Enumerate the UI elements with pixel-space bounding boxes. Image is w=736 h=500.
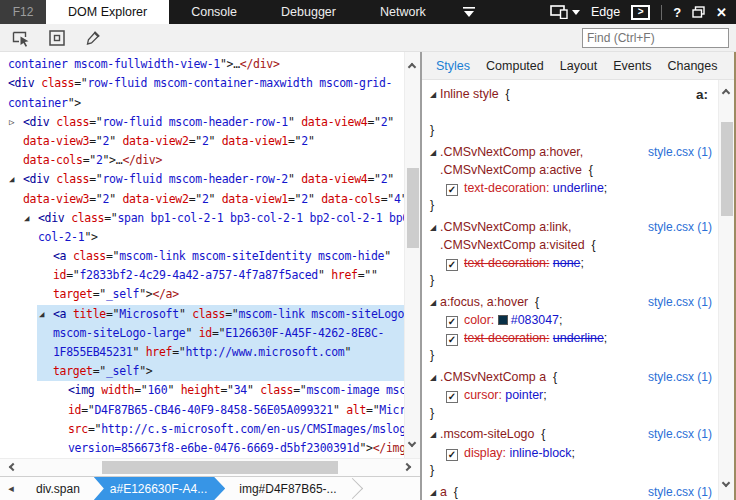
property-name: cursor: — [464, 388, 502, 402]
expander-open-icon[interactable]: ◢ — [430, 219, 440, 237]
tab-dom-explorer[interactable]: DOM Explorer — [46, 0, 169, 24]
dom-tree-node[interactable]: target="_self"></a> — [0, 285, 404, 304]
dom-tree-panel: <div class="row-fluid mscom-container-ma… — [0, 52, 420, 500]
expander-open-icon[interactable]: ◢ — [430, 369, 440, 387]
dock-window-icon[interactable] — [692, 6, 705, 18]
search-input[interactable] — [582, 28, 729, 48]
tab-console[interactable]: Console — [169, 0, 259, 24]
color-picker-icon[interactable] — [78, 26, 108, 50]
scroll-down-icon[interactable] — [722, 479, 730, 487]
dom-explorer-toolbar — [0, 24, 736, 52]
property-checkbox[interactable]: ✓ — [446, 259, 458, 271]
show-console-icon[interactable]: > — [631, 5, 650, 20]
css-rule: ◢.mscom-siteLogo {style.csx (1)✓display:… — [430, 426, 718, 480]
help-icon[interactable]: ? — [673, 5, 681, 20]
css-rule: ◢.CMSvNextComp a {style.csx (1)✓cursor: … — [430, 369, 718, 423]
dom-tree-node[interactable]: ◢<div class="row-fluid mscom-header-row-… — [0, 170, 404, 189]
dom-tree-node[interactable]: <a class="mscom-link mscom-siteIdentity … — [0, 247, 404, 266]
breadcrumb-back-icon[interactable]: ◂ — [0, 477, 22, 500]
dom-tree-node[interactable]: src="http://c.s-microsoft.com/en-us/CMSI… — [0, 420, 404, 439]
css-property: ✓display: inline-block; — [430, 445, 718, 463]
main-tabs: DOM ExplorerConsoleDebuggerNetwork — [46, 0, 448, 24]
expander-open-icon[interactable]: ◢ — [430, 484, 440, 500]
tab-layout[interactable]: Layout — [552, 59, 606, 73]
scroll-up-icon[interactable] — [722, 89, 730, 97]
expander-closed-icon[interactable]: ▷ — [9, 113, 23, 132]
dom-tree-node[interactable]: ▷<div class="row-fluid mscom-header-row-… — [0, 113, 404, 132]
property-value: inline-block — [509, 446, 571, 460]
css-property: ✓color: #083047; — [430, 312, 718, 330]
property-checkbox[interactable]: ✓ — [446, 316, 458, 328]
breadcrumb: ◂div.spana#E126630F-A4...img#D4F87B65-..… — [0, 476, 420, 500]
tab-events[interactable]: Events — [605, 59, 659, 73]
chevron-down-icon — [572, 10, 580, 15]
dom-tree-node[interactable]: container mscom-fullwidth-view-1">…</div… — [0, 55, 404, 74]
expander-open-icon[interactable]: ◢ — [430, 144, 440, 162]
expander-open-icon[interactable]: ◢ — [430, 294, 440, 312]
property-name: text-decoration: — [464, 256, 549, 270]
property-checkbox[interactable]: ✓ — [446, 184, 458, 196]
breadcrumb-item[interactable]: a#E126630F-A4... — [94, 477, 225, 500]
tab-styles[interactable]: Styles — [428, 59, 478, 73]
stylesheet-link[interactable]: style.csx (1) — [648, 484, 712, 500]
property-name: display: — [464, 446, 506, 460]
expander-open-icon[interactable]: ◢ — [9, 170, 23, 189]
dom-tree-node[interactable]: <div class="row-fluid mscom-container-ma… — [0, 74, 404, 93]
expander-open-icon[interactable]: ◢ — [24, 209, 38, 228]
dom-tree-node[interactable]: <img width="160" height="34" class="msco… — [0, 381, 404, 400]
tab-computed[interactable]: Computed — [478, 59, 552, 73]
tab-changes[interactable]: Changes — [659, 59, 725, 73]
stylesheet-link[interactable]: style.csx (1) — [648, 294, 712, 312]
dom-tree-node[interactable]: data-cols="2">…</div> — [0, 151, 404, 170]
dom-tree-node[interactable]: id="f2833bf2-4c29-4a42-a757-4f7a87f5aced… — [0, 266, 404, 285]
tab-bar-right: Edge > ? ✕ — [550, 0, 736, 24]
scrollbar-thumb[interactable] — [102, 461, 338, 474]
pseudo-state-button[interactable]: a: — [696, 86, 708, 104]
device-emulation-icon[interactable] — [550, 5, 580, 19]
property-checkbox[interactable]: ✓ — [446, 334, 458, 346]
expander-open-icon[interactable]: ◢ — [39, 305, 53, 324]
scroll-left-icon[interactable] — [9, 463, 17, 471]
more-tabs-icon[interactable] — [462, 0, 476, 24]
css-rule: ◢.CMSvNextComp a:link,style.csx (1).CMSv… — [430, 219, 718, 290]
dom-tree-vertical-scrollbar[interactable] — [404, 52, 420, 458]
dom-tree-node[interactable]: col-2-1"> — [0, 228, 404, 247]
dom-tree-node[interactable]: data-view3="2" data-view2="2" data-view1… — [0, 132, 404, 151]
dom-tree-node[interactable]: ◢<div class="span bp1-col-2-1 bp3-col-2-… — [0, 209, 404, 228]
dom-tree-node[interactable]: version=856673f8-e6be-0476-6669-d5bf2300… — [0, 439, 404, 458]
property-checkbox[interactable]: ✓ — [446, 391, 458, 403]
dom-tree-node[interactable]: data-view3="2" data-view2="2" data-view1… — [0, 190, 404, 209]
breadcrumb-item[interactable]: div.span — [22, 477, 94, 500]
scroll-up-icon[interactable] — [408, 63, 416, 71]
scrollbar-thumb[interactable] — [407, 168, 419, 248]
dom-tree-node[interactable]: id="D4F87B65-CB46-40F9-8458-56E05A099321… — [0, 401, 404, 420]
property-value: underline — [553, 331, 604, 345]
rule-selector: .mscom-siteLogo — [440, 427, 534, 441]
close-icon[interactable]: ✕ — [716, 5, 727, 20]
property-value: #083047 — [511, 313, 559, 327]
stylesheet-link[interactable]: style.csx (1) — [648, 219, 712, 237]
highlight-element-icon[interactable] — [42, 26, 72, 50]
select-element-icon[interactable] — [6, 26, 36, 50]
dom-tree-node[interactable]: ◢<a title="Microsoft" class="mscom-link … — [0, 305, 404, 324]
tab-debugger[interactable]: Debugger — [259, 0, 358, 24]
scroll-down-icon[interactable] — [408, 439, 416, 447]
debug-target-label[interactable]: Edge — [591, 5, 620, 19]
stylesheet-link[interactable]: style.csx (1) — [648, 426, 712, 444]
expander-open-icon[interactable]: ◢ — [430, 86, 440, 104]
scrollbar-thumb[interactable] — [721, 122, 733, 216]
stylesheet-link[interactable]: style.csx (1) — [648, 369, 712, 387]
dom-tree-horizontal-scrollbar[interactable] — [0, 458, 420, 476]
expander-open-icon[interactable]: ◢ — [430, 426, 440, 444]
tab-network[interactable]: Network — [358, 0, 448, 24]
dom-tree-node[interactable]: container"> — [0, 94, 404, 113]
breadcrumb-item[interactable]: img#D4F87B65-... — [225, 477, 350, 500]
scroll-right-icon[interactable] — [403, 463, 411, 471]
dom-tree-node[interactable]: target="_self"> — [0, 362, 404, 381]
property-checkbox[interactable]: ✓ — [446, 449, 458, 461]
styles-vertical-scrollbar[interactable] — [718, 80, 734, 500]
stylesheet-link[interactable]: style.csx (1) — [648, 144, 712, 162]
css-rule: ◢a {style.csx (1)✓color: #1570a6;} — [430, 484, 718, 500]
dom-tree-node[interactable]: 1F855EB45231" href="http://www.microsoft… — [0, 343, 404, 362]
dom-tree-node[interactable]: mscom-siteLogo-large" id="E126630F-A45F-… — [0, 324, 404, 343]
